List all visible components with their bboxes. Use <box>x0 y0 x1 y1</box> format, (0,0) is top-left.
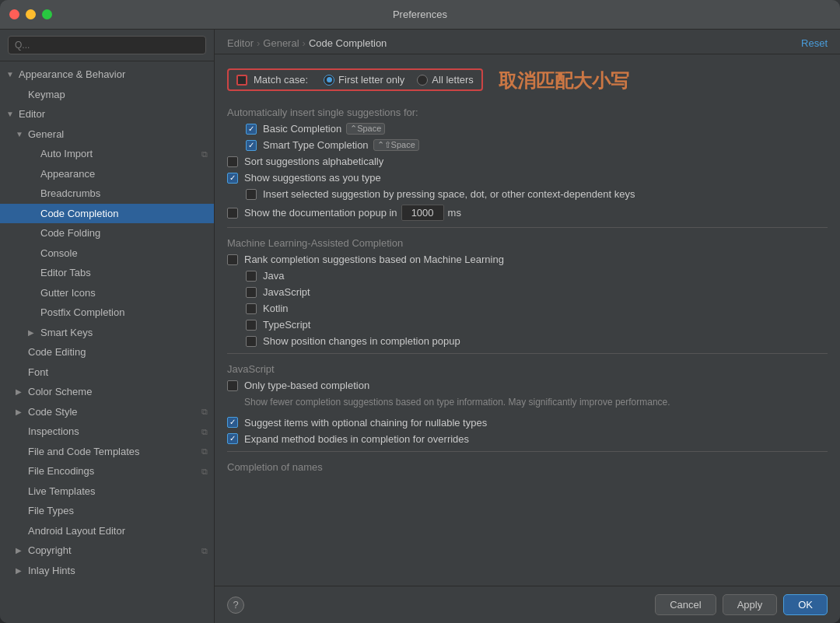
copy-icon: ⧉ <box>201 425 208 439</box>
main-content: ▼ Appearance & Behavior Keymap ▼ Editor … <box>0 30 840 623</box>
sidebar-item-color-scheme[interactable]: ▶ Color Scheme <box>0 382 214 402</box>
radio-first-letter-btn[interactable] <box>324 75 334 86</box>
search-box <box>0 30 214 61</box>
only-type-based-subtext: Show fewer completion suggestions based … <box>244 396 828 409</box>
smart-completion-row: Smart Type Completion ⌃⇧Space <box>246 139 828 151</box>
sidebar-item-code-folding[interactable]: Code Folding <box>0 223 214 243</box>
sidebar-item-auto-import[interactable]: Auto Import ⧉ <box>0 144 214 164</box>
insert-selected-row: Insert selected suggestion by pressing s… <box>246 188 828 200</box>
sidebar-item-file-types[interactable]: File Types <box>0 501 214 521</box>
content-header: Editor › General › Code Completion Reset <box>215 30 840 54</box>
java-checkbox[interactable] <box>246 271 257 282</box>
rank-ml-checkbox[interactable] <box>227 254 238 265</box>
sidebar-item-inlay-hints[interactable]: ▶ Inlay Hints <box>0 561 214 581</box>
collapse-icon: ▶ <box>16 386 26 397</box>
sidebar-item-gutter-icons[interactable]: Gutter Icons <box>0 283 214 303</box>
only-type-based-row: Only type-based completion <box>227 380 828 391</box>
cancel-button[interactable]: Cancel <box>655 594 716 615</box>
sidebar-item-console[interactable]: Console <box>0 243 214 264</box>
ml-section-label: Machine Learning-Assisted Completion <box>227 237 828 249</box>
sidebar-item-code-style[interactable]: ▶ Code Style ⧉ <box>0 402 214 422</box>
show-suggestions-row: Show suggestions as you type <box>227 172 828 184</box>
collapse-icon: ▶ <box>28 327 39 338</box>
breadcrumb-sep2: › <box>303 37 306 49</box>
collapse-icon: ▶ <box>16 565 26 576</box>
sidebar-item-live-templates[interactable]: Live Templates <box>0 481 214 502</box>
match-case-checkbox[interactable] <box>236 75 247 86</box>
close-button[interactable] <box>9 9 19 19</box>
typescript-checkbox[interactable] <box>246 320 257 331</box>
javascript-row: JavaScript <box>246 286 828 298</box>
sidebar-tree: ▼ Appearance & Behavior Keymap ▼ Editor … <box>0 61 214 623</box>
collapse-icon: ▶ <box>16 406 26 418</box>
auto-insert-section-label: Automatically insert single suggestions … <box>227 107 828 118</box>
sidebar-item-keymap[interactable]: Keymap <box>0 85 214 105</box>
sidebar-item-appearance-behavior[interactable]: ▼ Appearance & Behavior <box>0 65 214 85</box>
dialog-title: Preferences <box>393 9 447 20</box>
sidebar-item-editor-tabs[interactable]: Editor Tabs <box>0 263 214 283</box>
sidebar-item-inspections[interactable]: Inspections ⧉ <box>0 422 214 442</box>
smart-completion-checkbox[interactable] <box>246 140 257 151</box>
sidebar-item-appearance[interactable]: Appearance <box>0 164 214 184</box>
separator3 <box>227 451 828 452</box>
apply-button[interactable]: Apply <box>723 594 778 615</box>
sidebar-item-code-editing[interactable]: Code Editing <box>0 342 214 362</box>
expand-icon: ▼ <box>16 128 26 140</box>
completion-names-section: Completion of names <box>227 461 828 473</box>
sidebar-item-postfix-completion[interactable]: Postfix Completion <box>0 303 214 323</box>
match-case-row: Match case: First letter only All letter… <box>227 68 483 91</box>
search-input[interactable] <box>8 36 206 54</box>
sidebar-item-file-code-templates[interactable]: File and Code Templates ⧉ <box>0 442 214 462</box>
show-doc-popup-checkbox[interactable] <box>227 208 238 219</box>
insert-selected-checkbox[interactable] <box>246 189 257 200</box>
content-body: Match case: First letter only All letter… <box>215 54 840 586</box>
collapse-icon: ▶ <box>16 544 26 556</box>
radio-first-letter[interactable]: First letter only <box>324 74 404 86</box>
help-button[interactable]: ? <box>227 597 244 614</box>
sidebar-item-smart-keys[interactable]: ▶ Smart Keys <box>0 323 214 343</box>
copy-icon: ⧉ <box>201 148 208 161</box>
copy-icon: ⧉ <box>201 445 208 458</box>
copy-icon: ⧉ <box>201 465 208 478</box>
sort-alpha-row: Sort suggestions alphabetically <box>227 156 828 167</box>
doc-popup-ms-input[interactable] <box>401 205 444 221</box>
radio-all-letters-btn[interactable] <box>417 75 428 86</box>
separator2 <box>227 353 828 354</box>
ok-button[interactable]: OK <box>783 594 828 615</box>
breadcrumb: Editor › General › Code Completion <box>227 37 387 49</box>
match-case-radio-group: First letter only All letters <box>324 74 474 86</box>
radio-all-letters[interactable]: All letters <box>417 74 473 86</box>
copy-icon: ⧉ <box>201 544 208 558</box>
suggest-optional-chaining-checkbox[interactable] <box>227 417 238 428</box>
kotlin-checkbox[interactable] <box>246 303 257 314</box>
separator1 <box>227 227 828 228</box>
expand-method-checkbox[interactable] <box>227 433 238 444</box>
content-area: Editor › General › Code Completion Reset… <box>215 30 840 623</box>
match-case-label: Match case: <box>254 74 308 86</box>
show-position-checkbox[interactable] <box>246 336 257 347</box>
sidebar-item-code-completion[interactable]: Code Completion <box>0 204 214 224</box>
basic-completion-row: Basic Completion ⌃Space <box>246 123 828 135</box>
sidebar-item-editor[interactable]: ▼ Editor <box>0 104 214 124</box>
sidebar-item-font[interactable]: Font <box>0 362 214 383</box>
title-bar: Preferences <box>0 0 840 30</box>
basic-completion-checkbox[interactable] <box>246 124 257 135</box>
only-type-based-checkbox[interactable] <box>227 380 238 391</box>
java-row: Java <box>246 270 828 282</box>
maximize-button[interactable] <box>42 9 52 19</box>
sidebar-item-file-encodings[interactable]: File Encodings ⧉ <box>0 461 214 481</box>
show-suggestions-checkbox[interactable] <box>227 173 238 184</box>
show-position-row: Show position changes in completion popu… <box>246 335 828 347</box>
sidebar-item-breadcrumbs[interactable]: Breadcrumbs <box>0 184 214 204</box>
js-section-label: JavaScript <box>227 363 828 375</box>
preferences-dialog: Preferences ▼ Appearance & Behavior Keym… <box>0 0 840 623</box>
show-doc-popup-row: Show the documentation popup in ms <box>227 205 828 221</box>
sidebar-item-copyright[interactable]: ▶ Copyright ⧉ <box>0 541 214 561</box>
javascript-checkbox[interactable] <box>246 287 257 298</box>
sort-alpha-checkbox[interactable] <box>227 156 238 167</box>
sidebar-item-general[interactable]: ▼ General <box>0 124 214 145</box>
sidebar-item-android-layout-editor[interactable]: Android Layout Editor <box>0 521 214 541</box>
copy-icon: ⧉ <box>201 405 208 418</box>
minimize-button[interactable] <box>26 9 36 19</box>
reset-button[interactable]: Reset <box>801 37 828 49</box>
